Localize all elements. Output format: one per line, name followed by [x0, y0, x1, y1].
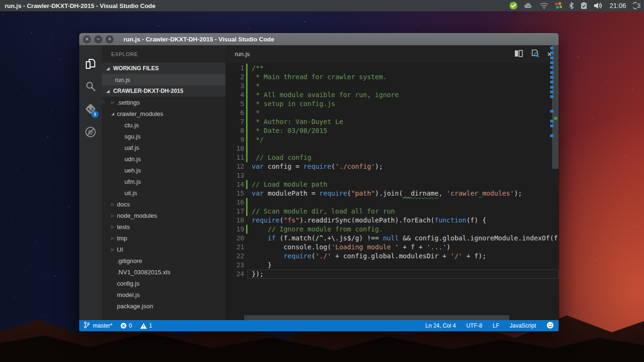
- ruler-mark-blue: [550, 71, 553, 74]
- tree-item-crawler_modules[interactable]: ◢crawler_modules: [102, 108, 225, 119]
- cloud-sync-icon[interactable]: [524, 2, 533, 9]
- git-change-bar: [246, 99, 248, 108]
- tree-item-.settings[interactable]: ▷.settings: [102, 97, 225, 108]
- preview-search-icon[interactable]: [531, 49, 539, 59]
- tree-item-UI[interactable]: ▷UI: [102, 244, 225, 255]
- code-line-18[interactable]: 18require("fs").readdirSync(modulePath).…: [225, 216, 559, 225]
- tree-item-ueh.js[interactable]: ueh.js: [102, 165, 225, 176]
- code-line-3[interactable]: 3 *: [225, 82, 559, 90]
- line-text: */: [252, 135, 264, 144]
- chevron-collapsed-icon: ▷: [111, 225, 117, 229]
- code-line-20[interactable]: 20 if (f.match(/^.+\.js$/g) !== null && …: [225, 234, 559, 243]
- warnings-indicator[interactable]: 1: [140, 322, 152, 329]
- git-change-bar: [246, 64, 248, 73]
- cursor-position[interactable]: Ln 24, Col 4: [425, 322, 456, 329]
- ruler-mark-blue: [550, 95, 553, 98]
- clipboard-check-icon[interactable]: [580, 2, 587, 9]
- eol-sequence[interactable]: LF: [493, 322, 499, 329]
- code-line-19[interactable]: 19 // Ignore module from config.: [225, 225, 559, 234]
- code-line-16[interactable]: 16: [225, 198, 559, 207]
- code-line-23[interactable]: 23 }: [225, 261, 559, 270]
- tree-item-docs[interactable]: ▷docs: [102, 198, 225, 210]
- skype-status-icon[interactable]: [509, 1, 518, 10]
- code-line-9[interactable]: 9 */: [225, 135, 559, 144]
- volume-icon[interactable]: [594, 2, 603, 9]
- tree-item-sgu.js[interactable]: sgu.js: [102, 131, 225, 142]
- language-mode[interactable]: JavaScript: [510, 322, 536, 329]
- working-files-header[interactable]: ◢ WORKING FILES: [102, 63, 225, 74]
- git-icon[interactable]: 1: [79, 98, 102, 121]
- tree-item-model.js[interactable]: model.js: [102, 289, 225, 300]
- tree-item-label: model.js: [117, 291, 140, 298]
- tree-item-node_modules[interactable]: ▷node_modules: [102, 210, 225, 221]
- code-line-11[interactable]: 11 // Load config: [225, 153, 559, 162]
- code-line-13[interactable]: 13: [225, 171, 559, 180]
- explorer-icon[interactable]: [79, 53, 102, 75]
- code-line-10[interactable]: 10: [225, 144, 559, 153]
- tab-run-js[interactable]: run.js: [235, 50, 250, 58]
- working-file-item-run.js[interactable]: run.js: [102, 74, 225, 85]
- tree-item-ctu.js[interactable]: ctu.js: [102, 119, 225, 131]
- tree-item-tests[interactable]: ▷tests: [102, 221, 225, 232]
- tree-item-tmp[interactable]: ▷tmp: [102, 232, 225, 244]
- project-root-header[interactable]: ◢ CRAWLER-DKXT-DH-2015: [102, 85, 225, 97]
- search-icon[interactable]: [79, 75, 102, 98]
- line-text: // Ignore module from config.: [252, 225, 383, 234]
- line-number: 13: [225, 171, 244, 180]
- code-line-8[interactable]: 8 * Date: 03/08/2015: [225, 126, 559, 135]
- code-line-24[interactable]: 24});: [225, 270, 559, 279]
- errors-indicator[interactable]: 0: [120, 322, 132, 329]
- git-branch-icon: [84, 321, 90, 330]
- wifi-icon[interactable]: [539, 2, 549, 9]
- clock[interactable]: 21:06: [610, 2, 626, 9]
- code-line-22[interactable]: 22 require('./' + config.global.modulesD…: [225, 252, 559, 261]
- window-close-button[interactable]: ×: [83, 35, 91, 43]
- tree-item-label: ufm.js: [124, 178, 141, 185]
- code-line-6[interactable]: 6 *: [225, 108, 559, 117]
- git-change-bar: [246, 207, 248, 216]
- bluetooth-icon[interactable]: [569, 2, 574, 9]
- feedback-smiley-icon[interactable]: [546, 321, 554, 330]
- window-title: run.js - Crawler-DKXT-DH-2015 - Visual S…: [124, 36, 274, 43]
- code-line-5[interactable]: 5 * setup in config.js: [225, 99, 559, 108]
- code-line-1[interactable]: 1/**: [225, 64, 559, 73]
- line-text: *: [252, 82, 260, 90]
- code-line-14[interactable]: 14// Load module path: [225, 180, 559, 189]
- ruler-mark-blue: [550, 120, 553, 123]
- code-line-4[interactable]: 4 * All module avaible for run, ignore: [225, 90, 559, 99]
- tree-item-label: package.json: [117, 303, 153, 310]
- window-minimize-button[interactable]: −: [94, 35, 102, 43]
- workspaces-grid-icon[interactable]: [555, 2, 562, 9]
- tree-item-config.js[interactable]: config.js: [102, 278, 225, 289]
- window-titlebar[interactable]: × − + run.js - Crawler-DKXT-DH-2015 - Vi…: [79, 33, 559, 45]
- branch-name[interactable]: master*: [93, 322, 112, 329]
- tree-item-label: crawler_modules: [117, 110, 163, 117]
- code-line-15[interactable]: 15var modulePath = require("path").join(…: [225, 189, 559, 198]
- git-change-bar: [246, 117, 248, 126]
- git-change-bar: [246, 108, 248, 117]
- split-editor-icon[interactable]: [514, 50, 523, 58]
- overview-ruler[interactable]: [549, 45, 559, 320]
- tree-item-uaf.js[interactable]: uaf.js: [102, 142, 225, 153]
- code-line-7[interactable]: 7 * Author: Van-Duyet Le: [225, 117, 559, 126]
- horizontal-scrollbar[interactable]: [244, 315, 509, 320]
- code-area[interactable]: 1/**2 * Main thread for crawler system.3…: [225, 63, 559, 320]
- code-line-17[interactable]: 17// Scan module dir, load all for run: [225, 207, 559, 216]
- code-line-2[interactable]: 2 * Main thread for crawler system.: [225, 73, 559, 82]
- tree-item-label: uaf.js: [124, 144, 139, 151]
- session-power-icon[interactable]: [633, 2, 641, 9]
- tree-item-package.json[interactable]: package.json: [102, 300, 225, 312]
- tree-item-.NV1_03082015.xls[interactable]: .NV1_03082015.xls: [102, 266, 225, 278]
- activity-bar: 1: [79, 45, 102, 320]
- tree-item-uit.js[interactable]: uit.js: [102, 187, 225, 198]
- tree-item-udn.js[interactable]: udn.js: [102, 153, 225, 165]
- window-maximize-button[interactable]: +: [106, 35, 114, 43]
- debug-icon[interactable]: [79, 121, 102, 143]
- line-text: console.log('Loading module ' + f + '...…: [252, 243, 450, 252]
- tree-item-.gitignore[interactable]: .gitignore: [102, 255, 225, 266]
- line-number: 3: [225, 82, 244, 90]
- code-line-12[interactable]: 12var config = require('./config');: [225, 162, 559, 171]
- encoding[interactable]: UTF-8: [466, 322, 482, 329]
- code-line-21[interactable]: 21 console.log('Loading module ' + f + '…: [225, 243, 559, 252]
- tree-item-ufm.js[interactable]: ufm.js: [102, 176, 225, 187]
